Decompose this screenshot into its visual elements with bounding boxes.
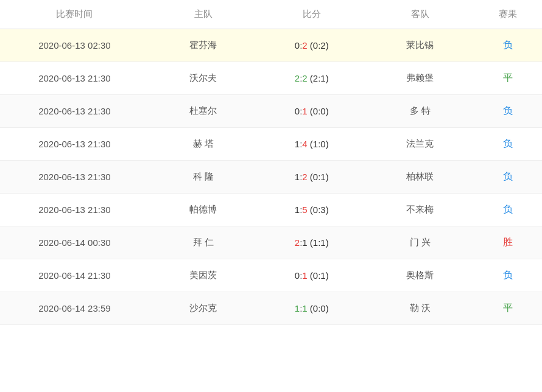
away-team: 奥格斯 (366, 259, 474, 292)
away-team: 莱比锡 (366, 29, 474, 62)
score-halftime: (0:1) (308, 270, 329, 281)
score-halftime: (0:0) (308, 106, 329, 116)
match-time: 2020-06-14 00:30 (0, 226, 149, 259)
home-team: 霍芬海 (149, 29, 258, 62)
table-row: 2020-06-13 21:30杜塞尔0:1 (0:0)多 特负 (0, 95, 542, 128)
away-team: 勒 沃 (366, 292, 474, 325)
score-home-value: 1 (295, 139, 300, 149)
match-result: 负 (474, 194, 542, 226)
match-score: 0:1 (0:0) (258, 95, 366, 128)
score-home-value: 0 (295, 40, 300, 51)
table-header-row: 比赛时间 主队 比分 客队 赛果 (0, 0, 542, 29)
match-time: 2020-06-14 23:59 (0, 292, 149, 325)
home-team: 赫 塔 (149, 128, 258, 161)
match-result: 负 (474, 259, 542, 292)
score-away-value: 2 (302, 172, 307, 182)
match-time: 2020-06-13 21:30 (0, 62, 149, 95)
match-score: 0:2 (0:2) (258, 29, 366, 62)
away-team: 门 兴 (366, 226, 474, 259)
match-time: 2020-06-13 21:30 (0, 194, 149, 226)
match-time: 2020-06-13 21:30 (0, 161, 149, 194)
score-halftime: (1:1) (308, 237, 329, 248)
match-result: 负 (474, 161, 542, 194)
match-score: 2:1 (1:1) (258, 226, 366, 259)
match-result: 负 (474, 29, 542, 62)
table-row: 2020-06-14 00:30拜 仁2:1 (1:1)门 兴胜 (0, 226, 542, 259)
home-team: 沃尔夫 (149, 62, 258, 95)
matches-table: 比赛时间 主队 比分 客队 赛果 2020-06-13 02:30霍芬海0:2 … (0, 0, 542, 325)
score-home-value: 2 (295, 73, 300, 83)
match-score: 1:5 (0:3) (258, 194, 366, 226)
away-team: 不来梅 (366, 194, 474, 226)
match-time: 2020-06-13 21:30 (0, 95, 149, 128)
score-away-value: 2 (302, 40, 307, 51)
away-team: 柏林联 (366, 161, 474, 194)
match-time: 2020-06-13 02:30 (0, 29, 149, 62)
score-home-value: 2 (295, 237, 300, 248)
table-row: 2020-06-13 21:30帕德博1:5 (0:3)不来梅负 (0, 194, 542, 226)
score-halftime: (0:2) (308, 40, 329, 51)
score-home-value: 0 (295, 106, 300, 116)
match-score: 1:2 (0:1) (258, 161, 366, 194)
match-time: 2020-06-14 21:30 (0, 259, 149, 292)
match-result: 负 (474, 128, 542, 161)
score-away-value: 4 (302, 139, 307, 149)
match-result: 平 (474, 292, 542, 325)
score-halftime: (1:0) (308, 139, 329, 149)
score-halftime: (0:0) (308, 303, 329, 313)
header-result: 赛果 (474, 0, 542, 29)
score-away-value: 1 (302, 106, 307, 116)
home-team: 沙尔克 (149, 292, 258, 325)
table-row: 2020-06-13 21:30赫 塔1:4 (1:0)法兰克负 (0, 128, 542, 161)
score-home-value: 0 (295, 270, 300, 281)
match-score: 1:4 (1:0) (258, 128, 366, 161)
table-row: 2020-06-13 21:30沃尔夫2:2 (2:1)弗赖堡平 (0, 62, 542, 95)
score-away-value: 5 (302, 205, 307, 215)
score-halftime: (0:3) (308, 205, 329, 215)
home-team: 杜塞尔 (149, 95, 258, 128)
header-time: 比赛时间 (0, 0, 149, 29)
away-team: 多 特 (366, 95, 474, 128)
match-score: 1:1 (0:0) (258, 292, 366, 325)
table-row: 2020-06-13 02:30霍芬海0:2 (0:2)莱比锡负 (0, 29, 542, 62)
match-result: 胜 (474, 226, 542, 259)
score-away-value: 1 (302, 237, 307, 248)
header-away: 客队 (366, 0, 474, 29)
matches-table-container: 比赛时间 主队 比分 客队 赛果 2020-06-13 02:30霍芬海0:2 … (0, 0, 542, 325)
match-result: 平 (474, 62, 542, 95)
table-row: 2020-06-14 21:30美因茨0:1 (0:1)奥格斯负 (0, 259, 542, 292)
score-away-value: 2 (302, 73, 307, 83)
header-home: 主队 (149, 0, 258, 29)
table-row: 2020-06-14 23:59沙尔克1:1 (0:0)勒 沃平 (0, 292, 542, 325)
score-home-value: 1 (295, 205, 300, 215)
match-time: 2020-06-13 21:30 (0, 128, 149, 161)
home-team: 帕德博 (149, 194, 258, 226)
match-score: 2:2 (2:1) (258, 62, 366, 95)
score-home-value: 1 (295, 172, 300, 182)
home-team: 科 隆 (149, 161, 258, 194)
score-halftime: (2:1) (308, 73, 329, 83)
home-team: 拜 仁 (149, 226, 258, 259)
away-team: 弗赖堡 (366, 62, 474, 95)
table-row: 2020-06-13 21:30科 隆1:2 (0:1)柏林联负 (0, 161, 542, 194)
score-away-value: 1 (302, 270, 307, 281)
header-score: 比分 (258, 0, 366, 29)
score-away-value: 1 (302, 303, 307, 313)
away-team: 法兰克 (366, 128, 474, 161)
score-home-value: 1 (295, 303, 300, 313)
match-result: 负 (474, 95, 542, 128)
score-halftime: (0:1) (308, 172, 329, 182)
match-score: 0:1 (0:1) (258, 259, 366, 292)
home-team: 美因茨 (149, 259, 258, 292)
